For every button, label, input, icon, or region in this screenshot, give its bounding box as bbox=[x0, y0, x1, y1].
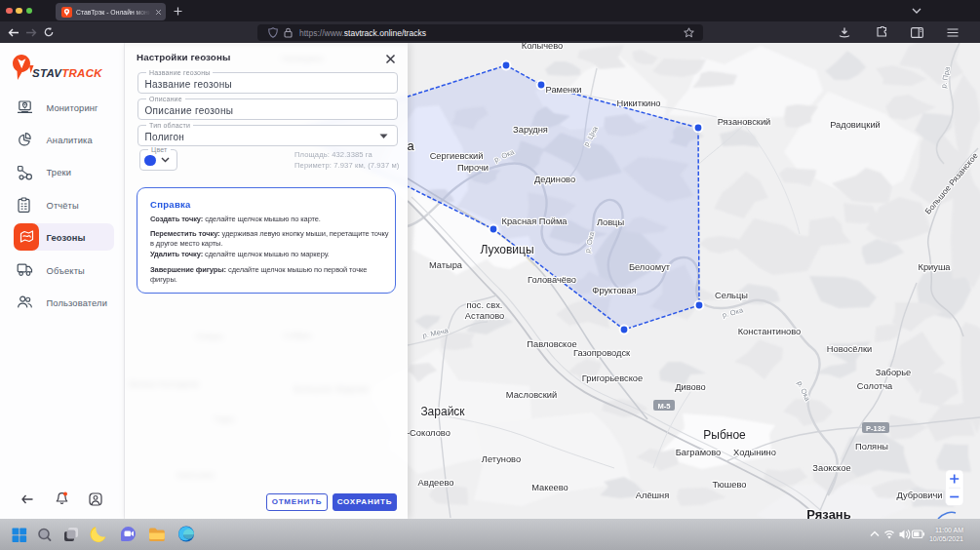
svg-text:Баграмово: Баграмово bbox=[676, 448, 722, 457]
svg-text:Алёшня: Алёшня bbox=[636, 491, 669, 500]
svg-text:пос. свх.: пос. свх. bbox=[467, 300, 503, 310]
svg-text:Павловское: Павловское bbox=[527, 339, 576, 349]
svg-text:Поляны: Поляны bbox=[855, 442, 888, 452]
svg-text:Ходынино: Ходынино bbox=[733, 448, 776, 457]
svg-text:Авдеево: Авдеево bbox=[418, 478, 454, 488]
svg-text:Головачёво: Головачёво bbox=[528, 275, 576, 285]
svg-text:Зарайск: Зарайск bbox=[420, 405, 465, 418]
svg-text:Колычево: Колычево bbox=[522, 43, 564, 51]
svg-text:Луховицы: Луховицы bbox=[480, 243, 533, 256]
svg-text:М-5: М-5 bbox=[658, 402, 671, 411]
svg-text:Пирочи: Пирочи bbox=[457, 163, 489, 173]
svg-text:Ловцы: Ловцы bbox=[597, 217, 625, 227]
svg-text:Фруктовая: Фруктовая bbox=[592, 286, 636, 295]
svg-text:-Соколово: -Соколово bbox=[407, 428, 451, 438]
svg-text:Новосёлки: Новосёлки bbox=[827, 344, 872, 354]
svg-text:Астапово: Астапово bbox=[465, 311, 504, 321]
svg-text:Летуново: Летуново bbox=[482, 454, 521, 464]
svg-text:Дивово: Дивово bbox=[675, 382, 706, 392]
svg-text:Сельцы: Сельцы bbox=[715, 291, 748, 300]
svg-text:Рязань: Рязань bbox=[806, 507, 850, 519]
svg-text:Константиново: Константиново bbox=[738, 327, 802, 336]
svg-text:Дубровичи: Дубровичи bbox=[896, 491, 942, 500]
svg-text:Тюшево: Тюшево bbox=[713, 480, 747, 490]
svg-text:Солотча: Солотча bbox=[857, 381, 893, 391]
svg-text:Зарудня: Зарудня bbox=[513, 125, 548, 135]
svg-text:Никиткино: Никиткино bbox=[617, 98, 661, 108]
svg-text:Радовицкий: Радовицкий bbox=[830, 120, 881, 130]
svg-text:Красная Пойма: Красная Пойма bbox=[502, 216, 568, 226]
svg-text:Дединово: Дединово bbox=[534, 175, 575, 184]
svg-text:Р-132: Р-132 bbox=[866, 424, 885, 433]
svg-text:Макеево: Макеево bbox=[531, 483, 568, 492]
svg-text:Рязановский: Рязановский bbox=[718, 117, 771, 127]
svg-text:Масловский: Масловский bbox=[506, 390, 557, 400]
svg-text:Матыра: Матыра bbox=[429, 260, 463, 270]
svg-text:Криуша: Криуша bbox=[918, 262, 951, 272]
svg-text:Рыбное: Рыбное bbox=[703, 428, 746, 442]
svg-text:Заборье: Заборье bbox=[876, 368, 911, 377]
svg-text:Раменки: Раменки bbox=[545, 85, 581, 95]
svg-text:Белоомут: Белоомут bbox=[629, 262, 671, 272]
svg-text:Газопроводск: Газопроводск bbox=[573, 348, 631, 358]
svg-text:Заокское: Заокское bbox=[812, 463, 850, 473]
svg-text:Григорьевское: Григорьевское bbox=[582, 373, 643, 383]
svg-text:а: а bbox=[407, 138, 414, 153]
svg-text:Сергиевский: Сергиевский bbox=[430, 151, 484, 161]
